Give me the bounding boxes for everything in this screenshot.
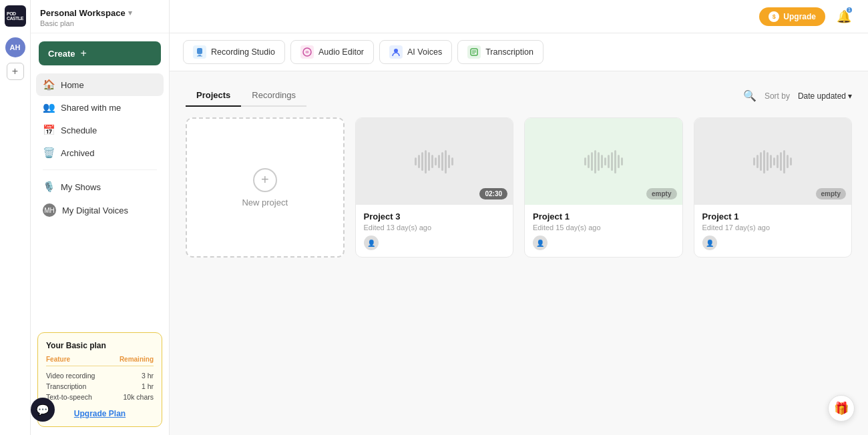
nav-divider (43, 169, 157, 170)
card-info: Project 1 Edited 15 day(s) ago 👤 (525, 205, 682, 257)
card-subtitle: Edited 13 day(s) ago (364, 224, 505, 232)
card-avatar: 👤 (702, 236, 717, 250)
sidebar-item-home[interactable]: 🏠 Home (36, 73, 164, 96)
project-card-project1b[interactable]: empty Project 1 Edited 17 day(s) ago 👤 (694, 117, 853, 258)
nav-section: 🏠 Home 👥 Shared with me 📅 Schedule 🗑️ Ar… (31, 71, 169, 327)
upgrade-button[interactable]: $ Upgrade (759, 7, 825, 26)
add-workspace-button[interactable]: + (7, 63, 24, 80)
archived-icon: 🗑️ (43, 147, 55, 159)
search-button[interactable]: 🔍 (743, 89, 756, 102)
plan-table-header: Feature Remaining (46, 356, 154, 366)
basic-plan-box: Your Basic plan Feature Remaining Video … (37, 332, 162, 427)
workspace-plan: Basic plan (40, 19, 160, 27)
card-subtitle: Edited 15 day(s) ago (533, 224, 674, 232)
new-project-card[interactable]: + New project (186, 117, 345, 258)
plan-row-video: Video recording 3 hr (46, 370, 154, 381)
tabs-row: Projects Recordings 🔍 Sort by Date updat… (186, 85, 852, 107)
project-card-project1a[interactable]: empty Project 1 Edited 15 day(s) ago 👤 (524, 117, 683, 258)
sort-value[interactable]: Date updated ▾ (798, 91, 852, 101)
sidebar: Personal Workspace ▾ Basic plan Create +… (31, 0, 170, 435)
tabs: Projects Recordings (186, 85, 306, 107)
main-content: $ Upgrade 🔔 1 Recording Studio Audio Edi… (170, 0, 868, 435)
top-bar-right: $ Upgrade 🔔 1 (759, 6, 855, 27)
svg-point-4 (394, 49, 398, 53)
new-project-plus-icon: + (253, 168, 277, 192)
create-button[interactable]: Create + (39, 41, 161, 65)
notifications-button[interactable]: 🔔 1 (833, 6, 855, 27)
left-rail: PODCASTLE AH + (0, 0, 31, 435)
tab-recordings[interactable]: Recordings (241, 85, 306, 107)
transcription-button[interactable]: Transcription (457, 40, 544, 64)
waveform-icon (584, 150, 623, 173)
tabs-controls: 🔍 Sort by Date updated ▾ (743, 89, 852, 102)
chat-button[interactable]: 💬 (31, 398, 55, 422)
app-logo: PODCASTLE (5, 5, 26, 27)
sidebar-item-archived[interactable]: 🗑️ Archived (36, 141, 164, 164)
sidebar-item-shared[interactable]: 👥 Shared with me (36, 96, 164, 119)
chevron-down-icon: ▾ (128, 9, 132, 17)
tab-projects[interactable]: Projects (186, 85, 241, 107)
card-title: Project 1 (533, 211, 674, 222)
sort-label: Sort by (765, 91, 790, 101)
svg-rect-1 (198, 55, 201, 56)
workspace-header: Personal Workspace ▾ Basic plan (31, 0, 169, 33)
card-avatar: 👤 (364, 236, 379, 250)
schedule-icon: 📅 (43, 124, 55, 136)
card-preview: empty (694, 118, 852, 205)
plan-row-tts: Text-to-speech 10k chars (46, 392, 154, 402)
shared-icon: 👥 (43, 101, 55, 113)
audio-editor-icon (300, 45, 314, 59)
recording-icon (193, 45, 206, 59)
card-title: Project 3 (364, 211, 505, 222)
tools-bar: Recording Studio Audio Editor AI Voices … (170, 33, 868, 71)
card-preview: 02:30 (356, 118, 513, 205)
avatar[interactable]: AH (5, 37, 25, 57)
plan-row-transcription: Transcription 1 hr (46, 381, 154, 392)
project-card-project3[interactable]: 02:30 Project 3 Edited 13 day(s) ago 👤 (355, 117, 514, 258)
upgrade-plan-link[interactable]: Upgrade Plan (46, 409, 154, 418)
content-area: Projects Recordings 🔍 Sort by Date updat… (170, 71, 868, 435)
audio-editor-button[interactable]: Audio Editor (290, 40, 374, 64)
sidebar-item-schedule[interactable]: 📅 Schedule (36, 119, 164, 141)
sort-chevron-icon: ▾ (848, 91, 852, 101)
waveform-icon (415, 150, 453, 173)
projects-grid: + New project (186, 117, 852, 258)
help-button[interactable]: 🎁 (828, 395, 855, 422)
card-info: Project 3 Edited 13 day(s) ago 👤 (356, 205, 513, 257)
svg-rect-0 (197, 48, 202, 54)
coin-icon: $ (769, 11, 779, 22)
card-preview: empty (525, 118, 682, 205)
card-badge-time: 02:30 (479, 188, 507, 199)
mydigitalvoices-icon: MH (43, 203, 56, 217)
notification-badge: 1 (847, 7, 852, 13)
plan-title: Your Basic plan (46, 341, 154, 350)
sidebar-item-myshows[interactable]: 🎙️ My Shows (36, 175, 164, 198)
plus-icon: + (80, 47, 86, 59)
sidebar-item-mydigitalvoices[interactable]: MH My Digital Voices (36, 198, 164, 222)
card-badge-empty: empty (646, 188, 676, 199)
workspace-name[interactable]: Personal Workspace ▾ (40, 8, 160, 18)
card-avatar: 👤 (533, 236, 548, 250)
card-subtitle: Edited 17 day(s) ago (702, 224, 844, 232)
myshows-icon: 🎙️ (43, 181, 55, 193)
card-title: Project 1 (702, 211, 844, 222)
card-info: Project 1 Edited 17 day(s) ago 👤 (694, 205, 852, 257)
svg-rect-2 (197, 56, 202, 57)
recording-studio-button[interactable]: Recording Studio (183, 40, 285, 64)
home-icon: 🏠 (43, 79, 55, 91)
top-bar: $ Upgrade 🔔 1 (170, 0, 868, 33)
transcription-icon (467, 45, 481, 59)
ai-voices-icon (389, 45, 403, 59)
ai-voices-button[interactable]: AI Voices (379, 40, 452, 64)
card-badge-empty: empty (816, 188, 846, 199)
waveform-icon (753, 150, 792, 173)
